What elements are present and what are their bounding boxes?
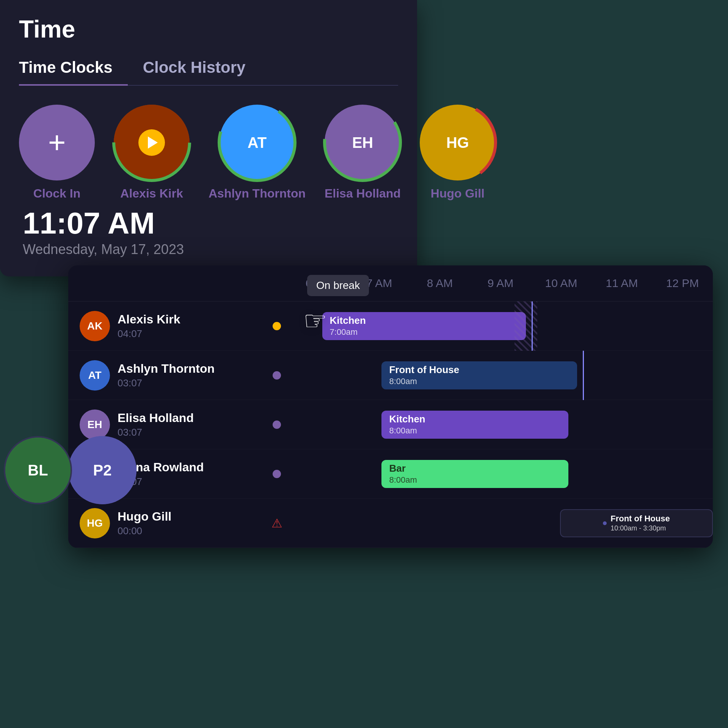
- emp-details-alexis: Alexis Kirk 04:07: [118, 312, 254, 340]
- main-container: Time Time Clocks Clock History + Clock I…: [0, 0, 728, 728]
- emp-hours-alexis: 04:07: [118, 328, 254, 340]
- emp-avatar-hugo: HG: [80, 508, 110, 538]
- shift-label-ashlyn: Front of House: [389, 364, 569, 376]
- emp-details-hugo: Hugo Gill 00:00: [118, 510, 254, 537]
- avatar-name-alexis: Alexis Kirk: [120, 187, 183, 201]
- emp-avatar-alexis: AK: [80, 311, 110, 341]
- timeline-area-elisa: Kitchen 8:00am: [288, 400, 713, 449]
- avatar-elisa-holland[interactable]: EH Elisa Holland: [325, 105, 401, 201]
- shift-bar-fiona[interactable]: Bar 8:00am: [381, 460, 568, 488]
- top-card: Time Time Clocks Clock History + Clock I…: [0, 0, 417, 276]
- avatar-ashlyn-thornton[interactable]: AT Ashlyn Thornton: [209, 105, 306, 201]
- svg-point-3: [420, 105, 496, 180]
- tab-clock-history[interactable]: Clock History: [143, 51, 261, 86]
- bottom-left-person2: P2: [68, 436, 136, 504]
- emp-details-elisa: Elisa Holland 03:07: [118, 411, 254, 438]
- avatar-name-ashlyn: Ashlyn Thornton: [209, 187, 306, 201]
- avatar-name-hugo: Hugo Gill: [431, 187, 485, 201]
- avatar-wrapper-hugo: HG: [420, 105, 496, 180]
- add-circle: +: [19, 105, 95, 180]
- avatar-alexis-kirk[interactable]: AK Alexis Kirk: [114, 105, 190, 201]
- shift-label-alexis: Kitchen: [330, 315, 519, 326]
- employee-col-header: [68, 272, 288, 295]
- timeline-area-hugo: Front of House 10:00am - 3:30pm: [288, 499, 713, 548]
- emp-hours-hugo: 00:00: [118, 525, 254, 537]
- tab-time-clocks[interactable]: Time Clocks: [19, 51, 128, 86]
- shift-label-fiona: Bar: [389, 463, 561, 474]
- plus-icon: +: [48, 127, 66, 158]
- avatar-hugo-gill[interactable]: HG Hugo Gill: [420, 105, 496, 201]
- bottom-left-person1: BL: [4, 436, 72, 504]
- cursor-hand: ☞: [303, 305, 327, 336]
- status-dot-ashlyn: [273, 371, 281, 380]
- avatar-name-elisa: Elisa Holland: [325, 187, 401, 201]
- current-time-hatch: [515, 301, 537, 351]
- avatar-ring-hugo: [417, 102, 499, 184]
- avatar-ring-elisa: [322, 102, 403, 184]
- current-time-line-2: [583, 351, 584, 400]
- emp-hours-elisa: 03:07: [118, 427, 254, 438]
- time-label-8am: 8 AM: [410, 265, 470, 301]
- current-time-line: [532, 301, 533, 351]
- timeline-area-alexis: On break ☞ Kitchen 7:00am: [288, 301, 713, 351]
- emp-name-hugo: Hugo Gill: [118, 510, 254, 524]
- avatar-ring-alexis: [111, 102, 193, 184]
- emp-name-alexis: Alexis Kirk: [118, 312, 254, 326]
- timeline-area-ashlyn: Front of House 8:00am: [288, 351, 713, 400]
- clock-in-button[interactable]: + Clock In: [19, 105, 95, 201]
- clock-date: Wednesday, May 17, 2023: [23, 242, 398, 257]
- person-bottom-2: P2: [68, 436, 136, 504]
- svg-point-0: [114, 105, 190, 180]
- shift-bar-ashlyn[interactable]: Front of House 8:00am: [381, 361, 577, 389]
- avatar-wrapper-elisa: EH: [325, 105, 400, 180]
- status-col-hugo[interactable]: ⚠: [265, 516, 288, 530]
- svg-point-1: [219, 105, 295, 180]
- warning-icon: ⚠: [271, 516, 282, 530]
- shift-time-hugo: 10:00am - 3:30pm: [610, 524, 670, 532]
- emp-info-alexis: AK Alexis Kirk 04:07: [68, 303, 265, 349]
- tooltip-text: On break: [316, 279, 360, 291]
- emp-name-ashlyn: Ashlyn Thornton: [118, 362, 254, 376]
- table-row: EH Elisa Holland 03:07 Kitchen 8:00am: [68, 400, 713, 449]
- status-col-fiona[interactable]: [265, 470, 288, 478]
- shift-label-hugo: Front of House: [610, 514, 670, 524]
- emp-name-elisa: Elisa Holland: [118, 411, 254, 425]
- rows-container: AK Alexis Kirk 04:07 On break ☞: [68, 301, 713, 548]
- timeline-area-fiona: Bar 8:00am: [288, 449, 713, 499]
- hugo-shift-dot: [603, 521, 607, 525]
- status-col-elisa[interactable]: [265, 420, 288, 429]
- tooltip-on-break: On break: [307, 275, 369, 296]
- table-row: AT Ashlyn Thornton 03:07 Front of House …: [68, 351, 713, 400]
- emp-avatar-elisa: EH: [80, 410, 110, 440]
- shift-time-ashlyn: 8:00am: [389, 377, 569, 386]
- emp-info-hugo: HG Hugo Gill 00:00: [68, 500, 265, 546]
- shift-time-elisa: 8:00am: [389, 426, 561, 436]
- table-row: AK Alexis Kirk 04:07 On break ☞: [68, 301, 713, 351]
- hugo-shift-info: Front of House 10:00am - 3:30pm: [610, 514, 670, 532]
- status-col-alexis[interactable]: [265, 322, 288, 330]
- emp-hours-ashlyn: 03:07: [118, 377, 254, 389]
- avatar-wrapper-ashlyn: AT: [219, 105, 295, 180]
- emp-hours-fiona: 03:07: [118, 476, 254, 488]
- emp-info-ashlyn: AT Ashlyn Thornton 03:07: [68, 353, 265, 398]
- emp-avatar-ashlyn: AT: [80, 360, 110, 391]
- emp-details-fiona: Fiona Rowland 03:07: [118, 460, 254, 488]
- time-label-9am: 9 AM: [470, 265, 531, 301]
- time-label-12pm: 12 PM: [652, 265, 713, 301]
- shift-label-elisa: Kitchen: [389, 413, 561, 425]
- shift-bar-alexis[interactable]: Kitchen 7:00am: [322, 312, 526, 340]
- table-row: FR Fiona Rowland 03:07 Bar 8:00am: [68, 449, 713, 499]
- shift-bar-hugo[interactable]: Front of House 10:00am - 3:30pm: [560, 509, 713, 537]
- clock-display: 11:07 AM Wednesday, May 17, 2023: [19, 208, 398, 257]
- shift-time-fiona: 8:00am: [389, 475, 561, 485]
- timeline-header: 6 AM 7 AM 8 AM 9 AM 10 AM 11 AM 12 PM: [68, 265, 713, 301]
- time-label-10am: 10 AM: [531, 265, 592, 301]
- status-col-ashlyn[interactable]: [265, 371, 288, 380]
- shift-bar-elisa[interactable]: Kitchen 8:00am: [381, 411, 568, 439]
- status-dot-elisa: [273, 420, 281, 429]
- emp-details-ashlyn: Ashlyn Thornton 03:07: [118, 362, 254, 389]
- emp-name-fiona: Fiona Rowland: [118, 460, 254, 474]
- avatar-wrapper-alexis: AK: [114, 105, 190, 180]
- clock-in-label: Clock In: [33, 187, 80, 201]
- status-dot-alexis: [273, 322, 281, 330]
